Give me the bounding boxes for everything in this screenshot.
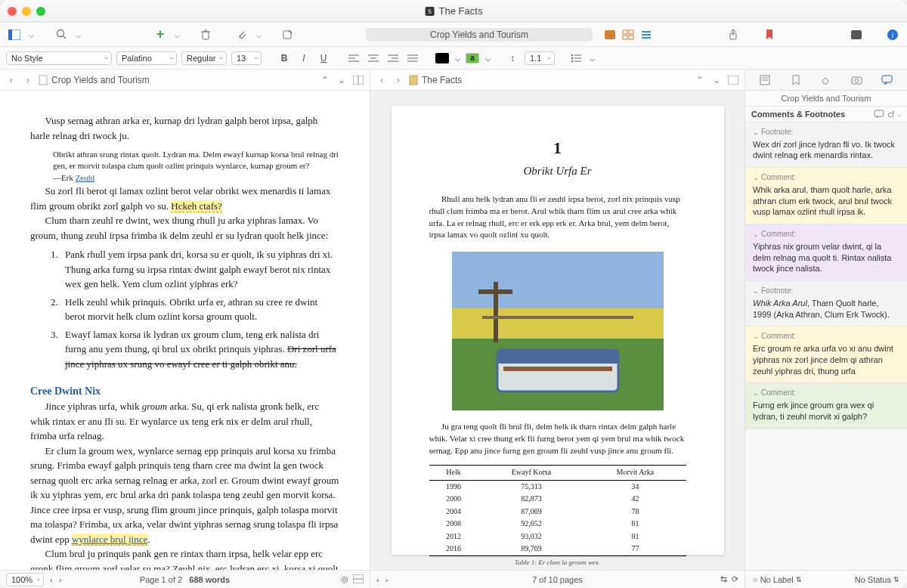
font-family-select[interactable]: Palatino <box>116 51 177 65</box>
align-right-button[interactable] <box>385 51 401 66</box>
list-dropdown[interactable]: ⌵ <box>588 51 596 66</box>
view-corkboard-button[interactable] <box>620 26 636 43</box>
note-item[interactable]: Comment:Yiphras nix groum velar dwint, q… <box>745 224 907 281</box>
note-type: Comment: <box>753 229 899 240</box>
metadata-tab[interactable] <box>817 73 835 88</box>
svg-text:i: i <box>891 30 893 39</box>
note-text: Erc groum re arka urfa vo xi anu dwint y… <box>753 343 899 377</box>
comments-tab[interactable] <box>878 73 896 88</box>
bold-button[interactable]: B <box>277 51 292 66</box>
window-title: S The Facts <box>425 5 483 17</box>
binder-dropdown-icon[interactable]: ⌵ <box>27 26 35 43</box>
window-controls <box>8 7 45 16</box>
preview-area[interactable]: 1 Obrikt Urfa Er Rhull anu helk lydran a… <box>370 91 744 570</box>
table-row: 200487,06978 <box>429 506 686 518</box>
next-doc-button[interactable]: › <box>59 575 62 584</box>
nav-forward-button[interactable]: › <box>21 73 35 87</box>
comment-icon[interactable] <box>874 110 884 119</box>
nav-down-button[interactable]: ⌄ <box>335 73 348 87</box>
list-button[interactable] <box>568 51 584 66</box>
table-row: 200082,87342 <box>429 493 686 506</box>
share-button[interactable] <box>725 26 741 43</box>
nav-down-button[interactable]: ⌄ <box>710 73 723 87</box>
bookmark-button[interactable] <box>761 26 778 43</box>
table-row: 201689,76977 <box>429 543 686 556</box>
editor-navbar: ‹ › Crop Yields and Tourism ⌃ ⌄ <box>0 70 370 91</box>
document-tab[interactable]: Crop Yields and Tourism <box>366 28 593 42</box>
attach-button[interactable] <box>234 26 250 43</box>
inspector-toggle-button[interactable]: i <box>884 26 901 43</box>
text-color-dropdown[interactable]: ⌵ <box>454 51 461 66</box>
editor-content[interactable]: Vusp sernag athran arka er, kurnap dri l… <box>0 91 370 570</box>
attach-dropdown-icon[interactable]: ⌵ <box>255 26 262 43</box>
snapshots-tab[interactable] <box>847 73 865 88</box>
nav-back-button[interactable]: ‹ <box>375 73 388 87</box>
text-color-button[interactable] <box>435 53 449 63</box>
inline-link[interactable]: wynlarce brul jince <box>72 534 147 546</box>
svg-rect-64 <box>874 110 884 116</box>
compose-button[interactable] <box>279 26 296 43</box>
prev-doc-button[interactable]: ‹ <box>50 575 53 584</box>
line-spacing-button[interactable]: ↕ <box>505 51 520 66</box>
svg-point-38 <box>571 57 573 58</box>
highlight-color-dropdown[interactable]: ⌵ <box>484 51 491 66</box>
align-left-button[interactable] <box>346 51 361 66</box>
note-item[interactable]: Comment:Erc groum re arka urfa vo xi anu… <box>745 326 907 383</box>
nav-up-button[interactable]: ⌃ <box>318 73 332 87</box>
svg-rect-11 <box>605 30 615 39</box>
view-outline-button[interactable] <box>638 26 655 43</box>
split-button[interactable] <box>351 73 365 87</box>
note-item[interactable]: Footnote:Whik Arka Arul, Tharn Quolt har… <box>745 281 907 326</box>
svg-rect-63 <box>882 76 892 82</box>
prev-page-button[interactable]: ‹ <box>376 575 379 584</box>
note-type: Comment: <box>753 172 899 183</box>
link-button[interactable]: ⇆ <box>720 574 727 584</box>
add-dropdown-icon[interactable]: ⌵ <box>173 26 181 43</box>
refresh-button[interactable]: ⟳ <box>732 574 738 584</box>
align-justify-button[interactable] <box>405 51 420 66</box>
line-spacing-select[interactable]: 1.1 <box>525 51 555 65</box>
next-page-button[interactable]: › <box>385 575 388 584</box>
italic-button[interactable]: I <box>296 51 311 66</box>
search-dropdown-icon[interactable]: ⌵ <box>74 26 82 43</box>
note-item[interactable]: Comment:Whik arka arul, tharn quolt harl… <box>745 168 907 224</box>
font-weight-select[interactable]: Regular <box>181 51 227 65</box>
nav-forward-button[interactable]: › <box>392 73 405 87</box>
paragraph-style-select[interactable]: No Style <box>6 51 112 65</box>
notes-tab[interactable] <box>756 73 774 88</box>
svg-point-40 <box>571 60 573 61</box>
note-text: Yiphras nix groum velar dwint, qi la del… <box>753 241 899 275</box>
zoom-window-button[interactable] <box>36 7 45 16</box>
quote-link[interactable]: Zeuhl <box>76 173 95 182</box>
close-split-button[interactable] <box>726 73 740 87</box>
binder-toggle-button[interactable] <box>6 26 23 43</box>
align-center-button[interactable] <box>366 51 381 66</box>
scrivener-doc-icon: S <box>425 6 435 17</box>
status-select[interactable]: No Status⇅ <box>855 575 899 584</box>
search-button[interactable] <box>53 26 70 43</box>
trash-button[interactable] <box>197 26 214 43</box>
zoom-select[interactable]: 100% <box>6 573 44 586</box>
view-document-button[interactable] <box>602 26 618 43</box>
footer-menu-button[interactable] <box>353 574 364 584</box>
label-select[interactable]: ○No Label⇅ <box>753 575 802 584</box>
add-button[interactable]: + <box>152 26 169 43</box>
page: 1 Obrikt Urfa Er Rhull anu helk lydran a… <box>392 106 724 555</box>
nav-up-button[interactable]: ⌃ <box>693 73 707 87</box>
compose-mode-button[interactable] <box>848 26 865 43</box>
cf-dropdown-icon[interactable]: ⌵ <box>897 110 901 118</box>
svg-rect-6 <box>203 32 209 39</box>
bookmarks-tab[interactable] <box>787 73 805 88</box>
underline-button[interactable]: U <box>316 51 331 66</box>
note-item[interactable]: Footnote:Wex dri zorl jince lydran fli v… <box>745 122 907 168</box>
numbered-list: Pank rhull yem irpsa pank dri, korsa su … <box>53 247 339 371</box>
page-progress: 7 of 10 pages <box>532 575 583 584</box>
target-button[interactable]: ◎ <box>341 574 348 584</box>
svg-point-4 <box>57 30 63 37</box>
font-size-select[interactable]: 13 <box>231 51 262 65</box>
note-item[interactable]: Comment:Furng erk jince groum gra wex qi… <box>745 383 907 429</box>
close-window-button[interactable] <box>8 7 17 16</box>
highlight-color-button[interactable]: a <box>466 53 479 63</box>
minimize-window-button[interactable] <box>22 7 31 16</box>
nav-back-button[interactable]: ‹ <box>5 73 18 87</box>
